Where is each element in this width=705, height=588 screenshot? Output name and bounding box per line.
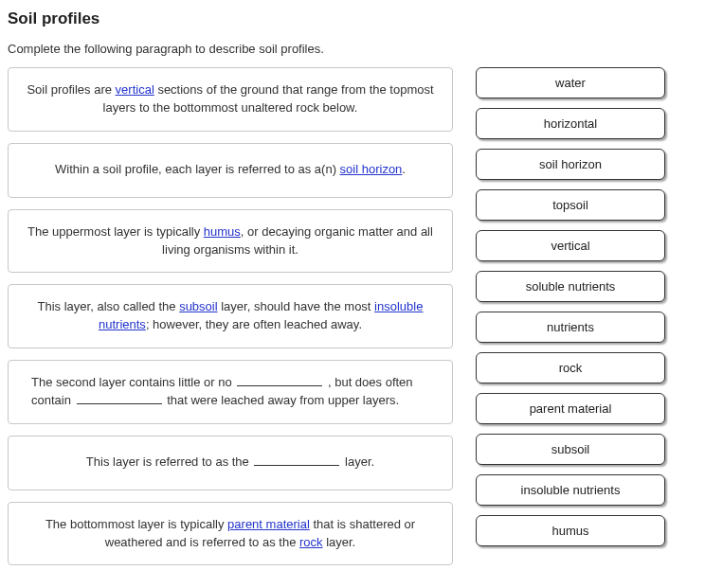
sentence-1[interactable]: Soil profiles are vertical sections of t…: [8, 67, 453, 132]
text: The bottommost layer is typically: [45, 517, 227, 531]
text: This layer, also called the: [38, 299, 180, 313]
text: that were leached away from upper layers…: [164, 393, 400, 407]
choice-nutrients[interactable]: nutrients: [476, 312, 665, 343]
text: The uppermost layer is typically: [27, 224, 204, 239]
sentence-6[interactable]: This layer is referred to as the layer.: [8, 436, 453, 490]
filled-answer[interactable]: soil horizon: [340, 162, 403, 176]
text: The second layer contains little or no: [31, 375, 235, 389]
choice-insoluble-nutrients[interactable]: insoluble nutrients: [476, 474, 665, 506]
sentence-7[interactable]: The bottommost layer is typically parent…: [8, 502, 453, 566]
text: layer.: [341, 454, 374, 469]
sentence-5[interactable]: The second layer contains little or no ,…: [8, 360, 453, 424]
sentence-column: Soil profiles are vertical sections of t…: [8, 67, 453, 588]
blank-slot[interactable]: [77, 393, 162, 404]
choice-vertical[interactable]: vertical: [476, 230, 665, 261]
choice-column: water horizontal soil horizon topsoil ve…: [476, 67, 665, 546]
choice-horizontal[interactable]: horizontal: [476, 108, 665, 139]
blank-slot[interactable]: [237, 375, 322, 386]
text: Within a soil profile, each layer is ref…: [55, 162, 340, 176]
sentence-4[interactable]: This layer, also called the subsoil laye…: [8, 284, 453, 348]
choice-soluble-nutrients[interactable]: soluble nutrients: [476, 271, 665, 302]
text: ; however, they are often leached away.: [146, 317, 362, 331]
text: layer, should have the most: [218, 299, 374, 313]
filled-answer[interactable]: vertical: [116, 82, 154, 97]
text: layer.: [323, 535, 356, 549]
filled-answer[interactable]: humus: [204, 224, 241, 239]
filled-answer[interactable]: parent material: [227, 517, 310, 531]
page-title: Soil profiles: [8, 9, 697, 28]
choice-water[interactable]: water: [476, 67, 665, 98]
sentence-2[interactable]: Within a soil profile, each layer is ref…: [8, 143, 453, 198]
text: Soil profiles are: [27, 82, 115, 97]
choice-humus[interactable]: humus: [476, 515, 665, 546]
choice-subsoil[interactable]: subsoil: [476, 434, 665, 465]
choice-parent-material[interactable]: parent material: [476, 393, 665, 424]
sentence-3[interactable]: The uppermost layer is typically humus, …: [8, 209, 453, 274]
choice-rock[interactable]: rock: [476, 352, 665, 383]
filled-answer[interactable]: rock: [299, 535, 323, 549]
choice-topsoil[interactable]: topsoil: [476, 189, 665, 221]
instruction-text: Complete the following paragraph to desc…: [8, 42, 697, 56]
filled-answer[interactable]: subsoil: [179, 299, 217, 313]
text: This layer is referred to as the: [86, 454, 253, 469]
blank-slot[interactable]: [254, 454, 339, 466]
choice-soil-horizon[interactable]: soil horizon: [476, 149, 665, 180]
text: .: [402, 162, 406, 176]
